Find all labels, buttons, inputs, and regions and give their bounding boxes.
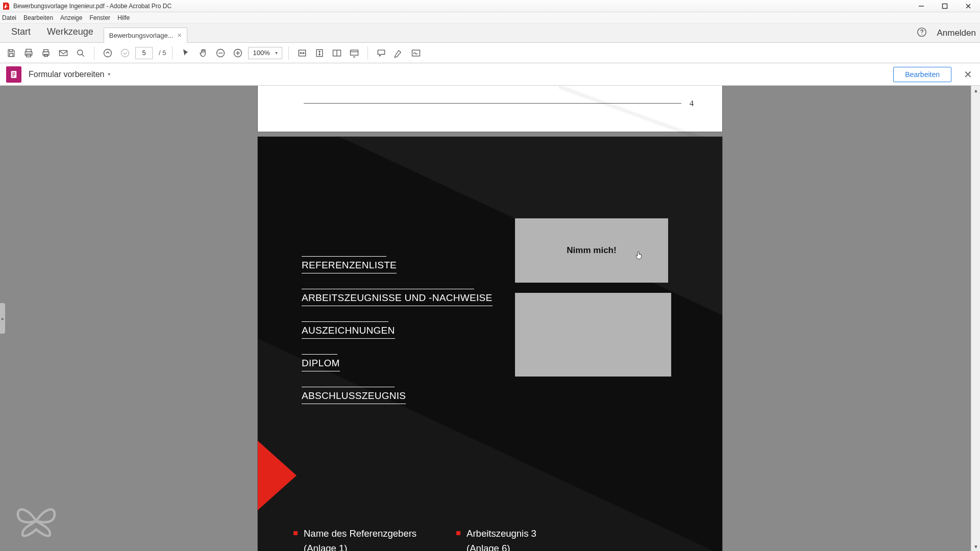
bullet-anlage-1: Name des Referenzgebers (Anlage 1) [293, 527, 416, 551]
tab-row: Start Werkzeuge Bewerbungsvorlage... × A… [0, 23, 980, 43]
window-title: Bewerbungsvorlage Ingenieur.pdf - Adobe … [13, 3, 172, 10]
chevron-down-icon: ▾ [275, 50, 278, 56]
email-icon[interactable] [56, 46, 70, 60]
menu-datei[interactable]: Datei [2, 14, 16, 21]
search-icon[interactable] [74, 46, 88, 60]
svg-rect-27 [350, 50, 358, 55]
bullet-dot-icon [293, 531, 298, 535]
heading-auszeichnungen: AUSZEICHNUNGEN [302, 321, 521, 339]
pdf-page-5: REFERENZENLISTE ARBEITSZEUGNISSE UND -NA… [258, 137, 722, 551]
document-viewport[interactable]: ▸ 4 REFERENZENLISTE ARBEITSZEUGNISSE UND… [0, 86, 980, 551]
comment-icon[interactable] [374, 46, 388, 60]
attachment-bullets: Name des Referenzgebers (Anlage 1) Arbei… [293, 527, 702, 551]
print-alt-icon[interactable] [39, 46, 53, 60]
heading-diplom: DIPLOM [302, 354, 521, 371]
page-stack: 4 REFERENZENLISTE ARBEITSZEUGNISSE UND -… [258, 86, 722, 551]
main-toolbar: / 5 100% ▾ [0, 43, 980, 63]
svg-rect-33 [12, 76, 14, 77]
window-titlebar: Bewerbungsvorlage Ingenieur.pdf - Adobe … [0, 0, 980, 12]
form-prepare-icon [6, 66, 21, 83]
page-number-input[interactable] [135, 47, 153, 59]
zoom-out-icon[interactable] [213, 46, 228, 60]
heading-referenzenliste: REFERENZENLISTE [302, 256, 521, 273]
svg-rect-7 [26, 49, 31, 52]
tab-start[interactable]: Start [3, 22, 39, 42]
left-panel-handle[interactable]: ▸ [0, 303, 5, 334]
headings-column: REFERENZENLISTE ARBEITSZEUGNISSE UND -NA… [302, 256, 521, 419]
red-arrow-decoration [258, 441, 297, 510]
window-close-button[interactable] [957, 0, 980, 12]
svg-rect-11 [44, 49, 48, 52]
selection-tool-icon[interactable] [179, 46, 193, 60]
edit-button[interactable]: Bearbeiten [893, 67, 951, 82]
menu-bar: Datei Bearbeiten Anzeige Fenster Hilfe [0, 12, 980, 23]
acrobat-app-icon [2, 2, 10, 10]
form-prepare-dropdown[interactable]: Formular vorbereiten ▾ [29, 70, 111, 79]
sign-in-link[interactable]: Anmelden [937, 28, 976, 38]
zoom-level-select[interactable]: 100% ▾ [248, 47, 282, 59]
close-panel-icon[interactable]: ✕ [961, 68, 975, 81]
butterfly-watermark-icon [13, 498, 59, 540]
svg-point-16 [104, 49, 112, 57]
svg-rect-1 [943, 4, 947, 8]
svg-line-15 [82, 54, 84, 56]
form-prepare-label: Formular vorbereiten [29, 70, 105, 79]
menu-fenster[interactable]: Fenster [89, 14, 110, 21]
svg-rect-29 [412, 50, 420, 56]
menu-anzeige[interactable]: Anzeige [60, 14, 82, 21]
svg-rect-13 [60, 51, 67, 56]
heading-arbeitszeugnisse: ARBEITSZEUGNISSE UND -NACHWEISE [302, 289, 521, 306]
image-placeholder-column: Nimm mich! [515, 218, 678, 377]
form-image-field-1[interactable]: Nimm mich! [515, 218, 668, 283]
hand-tool-icon[interactable] [196, 46, 210, 60]
zoom-level-value: 100% [253, 49, 270, 57]
menu-hilfe[interactable]: Hilfe [117, 14, 130, 21]
svg-point-14 [78, 49, 83, 55]
svg-rect-6 [10, 53, 13, 56]
tab-werkzeuge[interactable]: Werkzeuge [39, 22, 102, 42]
form-image-field-1-label: Nimm mich! [567, 245, 616, 256]
page-down-icon[interactable] [118, 46, 132, 60]
pdf-page-4-tail: 4 [258, 86, 722, 132]
close-tab-icon[interactable]: × [177, 32, 181, 39]
svg-rect-31 [12, 72, 15, 73]
form-prepare-bar: Formular vorbereiten ▾ Bearbeiten ✕ [0, 63, 980, 86]
svg-rect-32 [12, 74, 15, 75]
page-up-icon[interactable] [101, 46, 115, 60]
document-tab[interactable]: Bewerbungsvorlage... × [104, 28, 187, 43]
read-mode-icon[interactable] [347, 46, 361, 60]
help-icon[interactable] [916, 27, 927, 40]
fit-page-icon[interactable] [312, 46, 327, 60]
bullet-anlage-6: Arbeitszeugnis 3 (Anlage 6) [456, 527, 536, 551]
menu-bearbeiten[interactable]: Bearbeiten [23, 14, 53, 21]
fit-width-icon[interactable] [295, 46, 309, 60]
document-tab-label: Bewerbungsvorlage... [109, 32, 174, 39]
highlight-icon[interactable] [391, 46, 406, 60]
print-icon[interactable] [21, 46, 36, 60]
vertical-scrollbar[interactable]: ▲ ▼ [971, 86, 980, 551]
form-image-field-2[interactable] [515, 293, 671, 377]
scroll-down-arrow-icon[interactable]: ▼ [971, 542, 980, 551]
page-display-icon[interactable] [330, 46, 344, 60]
window-maximize-button[interactable] [933, 0, 957, 12]
page-total-label: / 5 [159, 49, 166, 57]
window-minimize-button[interactable] [910, 0, 933, 12]
save-icon[interactable] [4, 46, 18, 60]
svg-point-5 [922, 34, 923, 35]
sign-icon[interactable] [409, 46, 423, 60]
svg-point-17 [121, 49, 129, 57]
chevron-down-icon: ▾ [108, 71, 111, 78]
scroll-up-arrow-icon[interactable]: ▲ [971, 86, 980, 95]
heading-abschlusszeugnis: ABSCHLUSSZEUGNIS [302, 387, 521, 404]
bullet-dot-icon [456, 531, 460, 535]
zoom-in-icon[interactable] [231, 46, 245, 60]
